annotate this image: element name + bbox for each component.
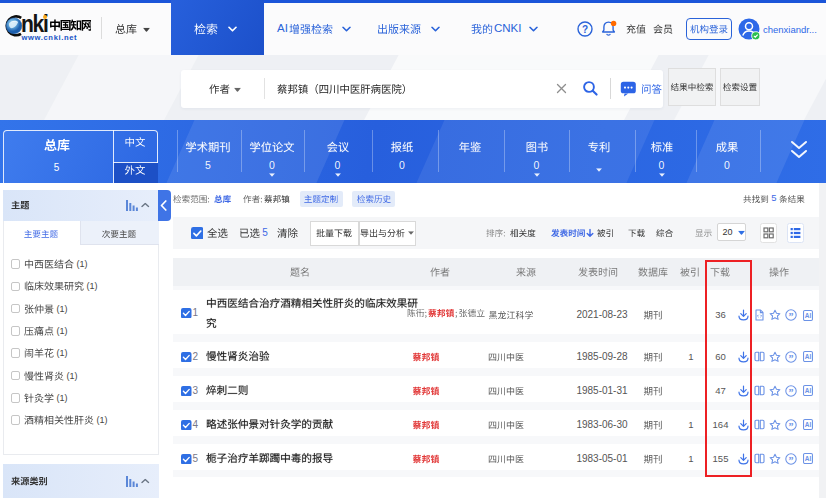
svg-text:AI: AI <box>805 387 812 394</box>
svg-text:”: ” <box>789 311 794 321</box>
svg-text:AI: AI <box>805 312 812 319</box>
svg-text:AI: AI <box>805 353 812 360</box>
svg-text:?: ? <box>582 23 588 34</box>
svg-text:”: ” <box>789 420 794 430</box>
svg-text:AI: AI <box>805 455 812 462</box>
svg-text:”: ” <box>789 352 794 362</box>
svg-text:”: ” <box>789 454 794 464</box>
svg-text:”: ” <box>789 386 794 396</box>
svg-text:AI: AI <box>805 421 812 428</box>
